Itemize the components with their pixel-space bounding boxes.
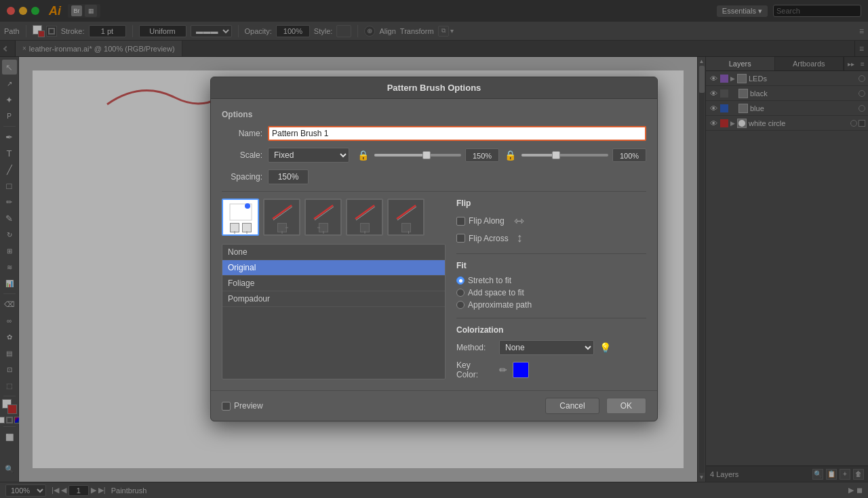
svg-line-5 (315, 207, 334, 220)
flip-along-checkbox[interactable]: Flip Along (456, 216, 505, 226)
slider1-track[interactable] (374, 154, 461, 157)
lock-icon: 🔒 (357, 150, 369, 161)
dialog-overlay: Pattern Brush Options Options Name: Scal… (0, 0, 868, 498)
svg-line-3 (273, 207, 292, 220)
svg-line-8 (397, 205, 416, 219)
tile-inner-corner[interactable] (304, 199, 342, 236)
svg-line-7 (356, 207, 375, 220)
approx-label: Approximate path (468, 300, 532, 310)
key-color-label: Key Color: (456, 360, 494, 379)
cancel-button[interactable]: Cancel (545, 398, 599, 414)
add-space-label: Add space to fit (468, 288, 524, 297)
flip-along-label: Flip Along (469, 216, 505, 226)
flip-section-label: Flip (456, 199, 646, 208)
eyedropper-icon[interactable]: ✏ (499, 365, 507, 375)
tile-pattern (224, 201, 256, 222)
tile-bottom (319, 222, 328, 233)
tile-bottom (401, 222, 411, 233)
flip-across-checkbox[interactable]: Flip Across (456, 234, 509, 243)
tile-end[interactable] (387, 199, 425, 236)
fit-section-label: Fit (456, 261, 646, 270)
key-color-row: Key Color: ✏ (456, 360, 646, 379)
add-space-radio[interactable] (456, 289, 465, 297)
tile-pattern (307, 201, 339, 222)
preview-checkbox-box[interactable] (222, 402, 231, 411)
pattern-list[interactable]: None Original Foliage Pompadour (222, 244, 446, 379)
approx-radio-row[interactable]: Approximate path (456, 300, 646, 310)
name-input[interactable] (268, 126, 646, 141)
tile-svg (229, 203, 253, 222)
tile-bottom (230, 222, 252, 233)
scale-value2[interactable]: 100% (612, 148, 646, 162)
tile-outer-corner[interactable] (263, 199, 300, 236)
list-item-foliage[interactable]: Foliage (222, 276, 445, 291)
tile-svg (353, 203, 377, 222)
scale-slider2: 100% (521, 148, 646, 162)
dialog-body: Options Name: Scale: Fixed 🔒 (211, 99, 657, 390)
tile-start[interactable] (346, 199, 383, 236)
preview-label: Preview (234, 401, 263, 411)
list-item-none[interactable]: None (222, 245, 445, 260)
options-section-label: Options (222, 110, 646, 119)
method-label: Method: (456, 343, 494, 352)
stretch-label: Stretch to fit (468, 276, 511, 285)
tile-pattern (266, 201, 298, 222)
tile-svg (311, 203, 336, 222)
flip-across-label: Flip Across (469, 234, 509, 243)
colorization-label: Colorization (456, 325, 646, 335)
flip-section: Flip Flip Along ⇿ Flip Across (456, 199, 646, 245)
tile-svg (270, 203, 294, 222)
scale-slider1: 150% (374, 148, 499, 162)
checkbox-icon[interactable] (456, 234, 465, 243)
flip-along-icon: ⇿ (514, 213, 524, 228)
spacing-label: Spacing: (222, 172, 262, 182)
checkbox-icon[interactable] (456, 217, 465, 226)
key-color-swatch[interactable] (513, 362, 529, 378)
fit-section: Fit Stretch to fit Add space to fit Appr… (456, 261, 646, 310)
spacing-input[interactable] (268, 169, 309, 184)
scale-row: Scale: Fixed 🔒 150% 🔒 (222, 148, 646, 163)
svg-line-4 (314, 205, 333, 219)
add-space-radio-row[interactable]: Add space to fit (456, 288, 646, 297)
spacing-row: Spacing: (222, 169, 646, 184)
slider2-thumb[interactable] (552, 151, 560, 159)
slider1-thumb[interactable] (422, 151, 431, 159)
colorization-section: Colorization Method: None 💡 Key Color: ✏ (456, 325, 646, 379)
list-item-pompadour[interactable]: Pompadour (222, 291, 445, 307)
stretch-radio[interactable] (456, 276, 465, 285)
tile-svg (394, 203, 418, 222)
pattern-brush-dialog: Pattern Brush Options Options Name: Scal… (210, 77, 658, 421)
approx-radio[interactable] (456, 301, 465, 309)
tile-pattern (349, 201, 380, 222)
method-select[interactable]: None (499, 340, 594, 355)
preview-checkbox[interactable]: Preview (222, 401, 263, 411)
dialog-divider2 (456, 253, 646, 254)
scale-value1[interactable]: 150% (465, 148, 499, 162)
dialog-divider1 (222, 191, 646, 192)
ok-button[interactable]: OK (606, 398, 646, 414)
flip-across-icon: ↕ (517, 231, 523, 245)
stretch-radio-row[interactable]: Stretch to fit (456, 276, 646, 285)
name-label: Name: (222, 129, 262, 138)
method-row: Method: None 💡 (456, 340, 646, 355)
list-item-original[interactable]: Original (222, 260, 445, 276)
dialog-divider3 (456, 318, 646, 318)
scale-label: Scale: (222, 150, 262, 160)
left-column: None Original Foliage Pompadour (222, 199, 446, 379)
tile-bottom (360, 222, 370, 233)
tile-bottom (277, 222, 287, 233)
svg-line-2 (273, 205, 292, 219)
svg-point-1 (245, 203, 250, 209)
right-column: Flip Flip Along ⇿ Flip Across (456, 199, 646, 379)
svg-line-6 (355, 205, 374, 219)
flip-along-row: Flip Along ⇿ (456, 213, 646, 228)
tile-side[interactable] (222, 199, 259, 236)
dialog-footer: Preview Cancel OK (211, 390, 657, 421)
info-icon[interactable]: 💡 (599, 342, 611, 353)
name-row: Name: (222, 126, 646, 141)
slider2-track[interactable] (521, 154, 608, 157)
lock-icon2: 🔒 (505, 150, 516, 161)
tile-pattern (390, 201, 422, 222)
pattern-tiles (222, 199, 446, 236)
scale-select[interactable]: Fixed (268, 148, 349, 163)
